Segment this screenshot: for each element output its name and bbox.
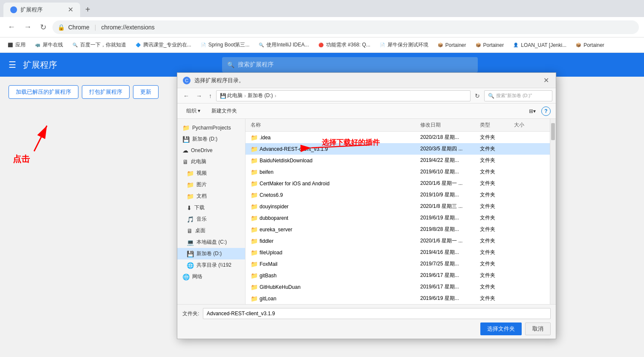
back-button[interactable]: ←	[5, 21, 18, 33]
load-unpacked-button[interactable]: 加载已解压的扩展程序	[9, 85, 78, 99]
file-name: fileUpload	[260, 250, 282, 256]
sidebar-item-pycharm[interactable]: 📁 PycharmProjects	[177, 122, 245, 133]
sidebar-item-downloads[interactable]: ⬇ 下载	[177, 202, 245, 213]
search-icon: 🔍	[488, 93, 494, 99]
video-icon: 📁	[187, 170, 194, 177]
bookmark-loan[interactable]: 👤 LOAN_UAT [Jenki...	[509, 41, 570, 49]
dialog-breadcrumb[interactable]: 💾 此电脑 › 新加卷 (D:) ›	[216, 90, 471, 101]
file-row[interactable]: 📁 GitHubKeHuDuan 2019/6/17 星期... 文件夹	[245, 281, 550, 293]
rhinoonline-icon: 🦏	[34, 42, 41, 49]
bookmark-rhinoonline[interactable]: 🦏 犀牛在线	[31, 40, 66, 49]
dialog-close-button[interactable]: ✕	[542, 76, 551, 84]
view-toggle-button[interactable]: ⊞▾	[525, 107, 540, 116]
sidebar-item-newvol-top[interactable]: 💾 新加卷 (D:)	[177, 133, 245, 145]
sidebar-item-documents[interactable]: 📁 文档	[177, 190, 245, 202]
select-folder-button[interactable]: 选择文件夹	[480, 322, 522, 335]
col-type[interactable]: 类型	[478, 121, 512, 130]
sidebar-label: 下载	[194, 204, 205, 211]
file-row[interactable]: 📁 dubboparent 2019/6/19 星期... 文件夹	[245, 212, 550, 224]
bookmark-feature[interactable]: 🔴 功能需求 #368: Q...	[314, 40, 374, 49]
forward-button[interactable]: →	[21, 21, 34, 33]
file-size	[512, 229, 546, 230]
sidebar-item-thispc[interactable]: 🖥 此电脑	[177, 156, 245, 167]
col-name[interactable]: 名称	[249, 121, 419, 130]
file-row[interactable]: 📁 eureka_server 2019/8/28 星期... 文件夹	[245, 224, 550, 235]
extensions-search[interactable]: 🔍 搜索扩展程序	[222, 57, 478, 72]
file-name: douyinspider	[260, 204, 289, 210]
sidebar-item-desktop[interactable]: 🖥 桌面	[177, 225, 245, 236]
new-tab-button[interactable]: +	[82, 3, 94, 16]
tab-close-button[interactable]: ✕	[68, 6, 73, 13]
file-row[interactable]: 📁 fiddler 2020/1/6 星期一 ... 文件夹	[245, 235, 550, 247]
tab-label: 扩展程序	[20, 6, 43, 14]
hamburger-icon[interactable]: ☰	[9, 60, 16, 70]
folder-icon: 📁	[251, 295, 258, 302]
footer-actions: 选择文件夹 取消	[182, 322, 551, 335]
sidebar-item-newvol[interactable]: 💾 新加卷 (D:)	[177, 248, 245, 259]
browser-tab[interactable]: 扩展程序 ✕	[3, 3, 80, 17]
dialog-titlebar: C 选择扩展程序目录。 ✕	[177, 73, 556, 88]
bookmark-rhinotest[interactable]: 📄 犀牛保分测试环境	[375, 40, 432, 49]
sidebar-item-onedrive[interactable]: ☁ OneDrive	[177, 145, 245, 156]
dialog-forward-button[interactable]: →	[193, 92, 205, 100]
file-name: BaiduNetdiskDownload	[260, 158, 312, 164]
sidebar-item-localc[interactable]: 💻 本地磁盘 (C:)	[177, 236, 245, 248]
bookmark-springboot[interactable]: 📄 Spring Boot第三...	[196, 40, 253, 49]
scroll-thumb[interactable]	[551, 123, 555, 140]
dialog-up-button[interactable]: ↑	[206, 92, 214, 100]
file-row[interactable]: 📁 FoxMail 2019/7/25 星期... 文件夹	[245, 258, 550, 270]
update-button[interactable]: 更新	[133, 85, 159, 99]
sidebar-label: 网络	[192, 273, 202, 280]
bookmark-intellij[interactable]: 🔍 使用IntelliJ IDEA...	[254, 40, 312, 49]
sidebar-item-share[interactable]: 🌐 共享目录 (\\192	[177, 259, 245, 271]
scrollbar[interactable]	[550, 119, 556, 304]
refresh-button[interactable]: ↻	[38, 21, 49, 34]
breadcrumb-sep2: ›	[274, 93, 276, 99]
col-modified[interactable]: 修改日期	[419, 121, 478, 130]
sidebar-item-music[interactable]: 🎵 音乐	[177, 213, 245, 225]
file-type: 文件夹	[478, 156, 512, 165]
bookmark-tencent[interactable]: 🔷 腾讯课堂_专业的在...	[131, 40, 195, 49]
dialog-back-button[interactable]: ←	[181, 92, 192, 100]
file-row[interactable]: 📁 beifen 2019/6/10 星期... 文件夹	[245, 166, 550, 178]
lock-icon: 🔒	[58, 24, 65, 31]
filelist-header[interactable]: 名称 修改日期 类型 大小	[245, 119, 550, 132]
file-row[interactable]: 📁 douyinspider 2020/1/8 星期三 ... 文件夹	[245, 201, 550, 212]
dialog-refresh-button[interactable]: ↻	[472, 92, 482, 100]
sidebar-item-video[interactable]: 📁 视频	[177, 167, 245, 179]
file-type: 文件夹	[478, 294, 512, 303]
bookmark-label: 应用	[15, 41, 26, 49]
file-row[interactable]: 📁 Advanced-REST-client_v3.1.9 2020/3/5 星…	[245, 143, 550, 155]
sidebar-item-network[interactable]: 🌐 网络	[177, 271, 245, 282]
dialog-search[interactable]: 🔍 搜索"新加卷 (D:)"	[484, 90, 552, 101]
intellij-icon: 🔍	[258, 42, 265, 49]
file-row[interactable]: 📁 Cnetos6.9 2019/10/9 星期... 文件夹	[245, 189, 550, 201]
file-row[interactable]: 📁 gitLoan 2019/6/19 星期... 文件夹	[245, 293, 550, 304]
file-row[interactable]: 📁 fileUpload 2019/4/16 星期... 文件夹	[245, 247, 550, 258]
col-size[interactable]: 大小	[512, 121, 546, 130]
sidebar-item-pictures[interactable]: 📁 图片	[177, 179, 245, 190]
bookmark-portainer2[interactable]: 📦 Portainer	[471, 41, 508, 49]
bookmarks-bar: ⬛ 应用 🦏 犀牛在线 🔍 百度一下，你就知道 🔷 腾讯课堂_专业的在... 📄…	[0, 37, 644, 53]
bookmark-label: 腾讯课堂_专业的在...	[143, 41, 191, 49]
new-folder-button[interactable]: 新建文件夹	[208, 106, 241, 116]
file-modified: 2020/2/18 星期...	[419, 133, 478, 142]
bookmark-portainer1[interactable]: 📦 Portainer	[433, 41, 470, 49]
cancel-button[interactable]: 取消	[525, 322, 551, 335]
file-row[interactable]: 📁 gitBash 2019/6/17 星期... 文件夹	[245, 270, 550, 281]
breadcrumb-sep1: ›	[244, 93, 246, 99]
file-row[interactable]: 📁 BaiduNetdiskDownload 2019/4/22 星期... 文…	[245, 155, 550, 166]
help-button[interactable]: ?	[541, 107, 551, 116]
bookmark-baidu[interactable]: 🔍 百度一下，你就知道	[68, 40, 130, 49]
file-name-input[interactable]	[203, 308, 551, 319]
bookmark-apps[interactable]: ⬛ 应用	[3, 40, 29, 49]
organize-button[interactable]: 组织 ▾	[182, 106, 204, 116]
file-size	[512, 298, 546, 299]
pack-extension-button[interactable]: 打包扩展程序	[82, 85, 130, 99]
dialog-title-text: 选择扩展程序目录。	[194, 77, 542, 84]
sidebar-label: 文档	[196, 193, 207, 200]
bookmark-portainer3[interactable]: 📦 Portainer	[572, 41, 608, 49]
file-row[interactable]: 📁 .idea 2020/2/18 星期... 文件夹	[245, 132, 550, 143]
address-bar[interactable]: 🔒 Chrome | chrome://extensions	[52, 20, 639, 34]
file-row[interactable]: 📁 CertMaker for iOS and Android 2020/1/6…	[245, 178, 550, 189]
